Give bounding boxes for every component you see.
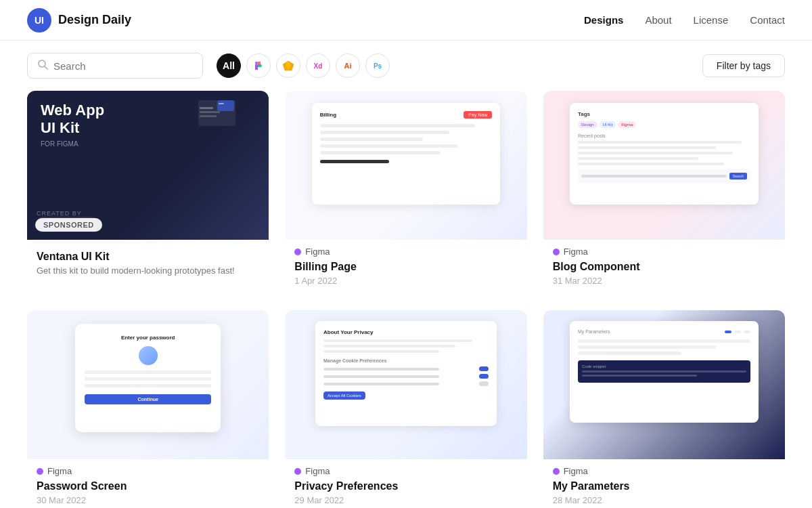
card-parameters[interactable]: My Parameters Code snippet [543,310,785,508]
toolbar: All Xd Ai Ps Filter by tags [0,41,812,91]
svg-rect-12 [200,111,220,113]
card-title-password: Password Screen [27,479,269,495]
pill-illustrator[interactable]: Ai [336,54,360,78]
pill-xd[interactable]: Xd [306,54,330,78]
figma-dot [553,249,560,255]
card-title-blog: Blog Component [543,259,785,276]
card-tag-password: Figma [37,466,259,476]
card-privacy[interactable]: About Your Privacy Manage Cookie Prefere… [285,310,526,508]
figma-dot [294,249,301,255]
card-tag-blog: Figma [553,247,775,257]
card-ventana[interactable]: Web AppUI Kit FOR FIGMA CREATED BY UI De… [27,91,269,294]
svg-line-1 [45,66,47,69]
search-icon [37,59,48,72]
card-tag-label: Figma [564,466,588,476]
svg-rect-13 [200,115,217,117]
card-tag-parameters: Figma [553,466,775,476]
search-input[interactable] [53,60,193,72]
card-title-ventana: Ventana UI Kit [27,249,269,266]
card-title-privacy: Privacy Preferences [285,479,526,495]
nav-link-designs[interactable]: Designs [584,14,623,26]
card-tag-label: Figma [47,466,72,476]
card-tag-billing: Figma [294,247,517,257]
card-tag-label: Figma [564,247,588,257]
figma-dot [294,468,301,475]
card-desc-ventana: Get this kit to build modern-looking pro… [27,266,269,282]
svg-rect-3 [255,64,258,67]
card-blog[interactable]: Tags Design UI Kit Figma Recent posts Se… [543,91,785,294]
svg-rect-11 [200,107,213,109]
card-password[interactable]: Enter your password Continue Figma Passw… [27,310,269,508]
logo[interactable]: UI Design Daily [27,8,131,33]
svg-rect-5 [258,62,261,64]
card-date-parameters: 28 Mar 2022 [543,495,785,508]
card-date-password: 30 Mar 2022 [27,495,269,508]
nav-link-license[interactable]: License [694,14,729,26]
card-tag-label: Figma [305,247,330,257]
header: UI Design Daily Designs About License Co… [0,0,812,41]
nav-link-about[interactable]: About [645,14,671,26]
svg-rect-14 [217,100,234,111]
logo-text: Design Daily [58,13,131,27]
sponsored-badge: SPONSORED [35,218,102,232]
card-date-privacy: 29 Mar 2022 [285,495,526,508]
filter-tags-button[interactable]: Filter by tags [702,54,785,77]
pill-all[interactable]: All [217,54,241,78]
figma-dot [553,468,560,475]
logo-icon: UI [27,8,51,33]
search-wrap [27,53,203,79]
pill-figma[interactable] [246,54,271,78]
card-title-parameters: My Parameters [543,479,785,495]
pill-ps[interactable]: Ps [365,54,390,78]
svg-rect-4 [255,67,258,70]
card-tag-label: Figma [305,466,330,476]
filter-pills: All Xd Ai Ps [217,54,390,78]
card-date-blog: 31 Mar 2022 [543,276,785,294]
nav-link-contact[interactable]: Contact [750,14,785,26]
svg-rect-15 [219,103,224,104]
card-tag-privacy: Figma [294,466,517,476]
card-title-billing: Billing Page [285,259,526,276]
card-billing[interactable]: Billing Pay Now Figma Billing Page 1 Apr… [285,91,526,294]
main-nav: Designs About License Contact [584,14,785,26]
cards-grid: Web AppUI Kit FOR FIGMA CREATED BY UI De… [0,91,812,508]
svg-rect-2 [255,62,258,64]
card-date-billing: 1 Apr 2022 [285,276,526,294]
svg-rect-7 [258,64,261,67]
pill-sketch[interactable] [276,54,300,78]
figma-dot [37,468,43,475]
